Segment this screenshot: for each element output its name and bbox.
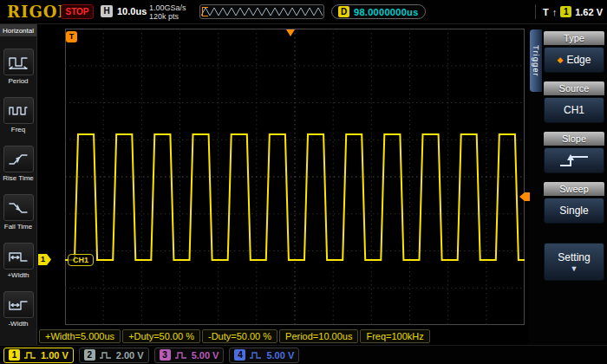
channel-2-scale: 2.00 V (116, 350, 144, 361)
measurement-neg-duty: -Duty=50.00 % (202, 329, 277, 343)
trigger-level-icon[interactable] (519, 192, 530, 201)
graticule: T (65, 29, 525, 325)
waveform-display-area: T 1 CH1 (37, 24, 529, 328)
sample-rate: 1.00GSa/s (149, 3, 186, 12)
oscilloscope-screen: RIGOL STOP H 10.0us 1.00GSa/s 120k pts D… (0, 0, 607, 364)
left-menu-item-freq[interactable]: Freq (0, 97, 36, 133)
trigger-sweep-button[interactable]: Single (544, 198, 604, 224)
channel-4-badge: 4 (234, 349, 245, 361)
freq-icon (8, 104, 29, 118)
pos-width-icon (8, 250, 29, 263)
trigger-slope-icon: ↑ (552, 7, 558, 17)
left-menu-item-pos-width[interactable]: +Width (0, 243, 36, 279)
trigger-level-value: 1.62 V (575, 7, 603, 17)
trigger-slope-header: Slope (544, 132, 604, 146)
coupling-icon (23, 351, 37, 360)
period-icon (8, 55, 29, 69)
trigger-source-header: Source (544, 81, 604, 95)
memory-depth: 120k pts (149, 12, 186, 21)
left-menu-item-rise-time[interactable]: Rise Time (0, 146, 36, 182)
window-marker (202, 7, 208, 16)
coupling-icon (249, 351, 263, 360)
horizontal-position-bar[interactable] (199, 4, 324, 19)
channel-2-status[interactable]: 2 2.00 V (79, 348, 149, 363)
channel-2-badge: 2 (84, 349, 95, 361)
left-menu-title: Horizontal (0, 24, 36, 36)
channel-4-scale: 5.00 V (266, 350, 294, 361)
left-menu-item-period[interactable]: Period (0, 49, 36, 85)
delay-label-badge: D (338, 6, 349, 17)
coupling-icon (99, 351, 113, 360)
trigger-source-value: CH1 (564, 104, 584, 116)
trigger-setting-button[interactable]: Setting ▼ (544, 243, 604, 281)
trigger-label: T (543, 7, 549, 17)
slope-rising-icon (557, 151, 591, 170)
trigger-type-value: Edge (566, 54, 591, 66)
horizontal-measure-menu: Horizontal Period Freq Rise Time Fall Ti… (0, 24, 37, 345)
trigger-type-header: Type (544, 31, 604, 45)
trigger-menu-tab: Trigger (530, 29, 542, 92)
acquisition-info: 1.00GSa/s 120k pts (149, 3, 186, 21)
h-label-badge: H (101, 5, 113, 17)
channel-1-scale: 1.00 V (41, 350, 69, 361)
channel-3-scale: 5.00 V (192, 350, 219, 361)
grid-and-trace (65, 29, 525, 325)
delay-group[interactable]: D 98.0000000us (331, 4, 426, 19)
down-arrow-icon: ▼ (571, 265, 578, 272)
trigger-slope-button[interactable] (544, 147, 604, 173)
channel-status-bar: 1 1.00 V 2 2.00 V 3 5.00 V 4 5.00 V (0, 345, 607, 364)
ch1-trace-tag: CH1 (68, 254, 94, 266)
measurement-freq: Freq=100kHz (360, 329, 429, 343)
coupling-icon (174, 351, 188, 360)
timebase-value: 10.0us (117, 6, 147, 16)
measurement-pos-width: +Width=5.000us (39, 329, 121, 343)
trigger-type-button[interactable]: ◆ Edge (544, 47, 604, 73)
trigger-position-icon[interactable] (286, 29, 295, 36)
channel-1-status[interactable]: 1 1.00 V (3, 348, 74, 363)
trigger-status-group[interactable]: T ↑ 1 1.62 V (535, 4, 603, 19)
fall-time-icon (8, 201, 29, 215)
delay-value: 98.0000000us (354, 7, 419, 17)
run-state-badge[interactable]: STOP (61, 4, 94, 19)
left-menu-item-neg-width[interactable]: -Width (0, 291, 36, 328)
trigger-source-button[interactable]: CH1 (544, 97, 604, 123)
measurement-period: Period=10.00us (279, 329, 358, 343)
ch1-ground-marker[interactable]: 1 (38, 254, 51, 265)
channel-1-badge: 1 (9, 349, 20, 361)
measurement-pos-duty: +Duty=50.00 % (122, 329, 200, 343)
memory-waveform-icon (201, 5, 323, 18)
trigger-sweep-header: Sweep (544, 182, 604, 196)
trigger-sweep-value: Single (559, 205, 588, 217)
diamond-indicator-icon: ◆ (558, 55, 564, 64)
top-status-bar: RIGOL STOP H 10.0us 1.00GSa/s 120k pts D… (0, 0, 607, 24)
channel-4-status[interactable]: 4 5.00 V (229, 348, 299, 363)
trigger-badge: T (66, 31, 77, 42)
rise-time-icon (8, 153, 29, 166)
channel-3-status[interactable]: 3 5.00 V (154, 348, 225, 363)
channel-3-badge: 3 (160, 349, 171, 361)
left-menu-item-fall-time[interactable]: Fall Time (0, 194, 36, 231)
trigger-source-badge: 1 (560, 6, 571, 17)
neg-width-icon (8, 298, 29, 312)
horizontal-scale-group: H 10.0us (101, 5, 147, 17)
trigger-menu-panel: Trigger Type ◆ Edge Source CH1 Slope (529, 24, 607, 345)
measurement-results-bar: +Width=5.000us +Duty=50.00 % -Duty=50.00… (37, 328, 529, 345)
setting-label: Setting (558, 251, 590, 263)
